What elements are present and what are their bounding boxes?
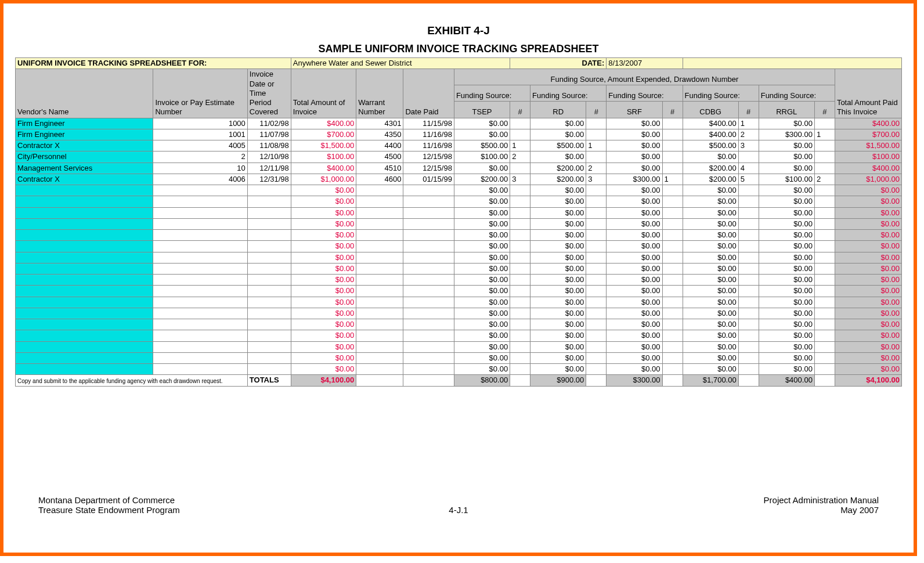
table-row: $0.00$0.00$0.00$0.00$0.00$0.00$0.00: [16, 185, 902, 196]
hdr-invoice: Invoice or Pay Estimate Number: [153, 69, 247, 118]
table-row: $0.00$0.00$0.00$0.00$0.00$0.00$0.00: [16, 252, 902, 263]
banner-entity: Anywhere Water and Sewer District: [291, 58, 510, 69]
hdr-funding-title: Funding Source, Amount Expended, Drawdow…: [454, 69, 835, 85]
totals-srf: $300.00: [607, 375, 662, 386]
table-row: $0.00$0.00$0.00$0.00$0.00$0.00$0.00: [16, 297, 902, 308]
table-row: Management Services1012/11/98$400.004510…: [16, 163, 902, 174]
table-row: $0.00$0.00$0.00$0.00$0.00$0.00$0.00: [16, 364, 902, 375]
hdr-src-0: Funding Source:: [454, 85, 530, 102]
table-row: $0.00$0.00$0.00$0.00$0.00$0.00$0.00: [16, 286, 902, 297]
hdr-hash: #: [814, 102, 835, 118]
hdr-invdate: Invoice Date or Time Period Covered: [247, 69, 291, 118]
totals-tsep: $800.00: [454, 375, 510, 386]
totals-paid: $4,100.00: [835, 375, 901, 386]
hdr-totalinv: Total Amount of Invoice: [291, 69, 356, 118]
hdr-srf: SRF: [607, 102, 662, 118]
table-row: Firm Engineer100011/02/98$400.00430111/1…: [16, 118, 902, 129]
totals-cdbg: $1,700.00: [683, 375, 738, 386]
table-row: $0.00$0.00$0.00$0.00$0.00$0.00$0.00: [16, 218, 902, 229]
banner-prefix: UNIFORM INVOICE TRACKING SPREADSHEET FOR…: [16, 58, 291, 69]
banner-row: UNIFORM INVOICE TRACKING SPREADSHEET FOR…: [16, 58, 902, 69]
footer-page: 4-J.1: [449, 505, 468, 515]
hdr-src-1: Funding Source:: [530, 85, 607, 102]
banner-date-label: DATE:: [510, 58, 607, 69]
hdr-rd: RD: [530, 102, 586, 118]
exhibit-label: EXHIBIT 4-J: [15, 24, 902, 37]
spreadsheet-table: UNIFORM INVOICE TRACKING SPREADSHEET FOR…: [15, 57, 902, 387]
table-row: $0.00$0.00$0.00$0.00$0.00$0.00$0.00: [16, 330, 902, 341]
totals-note: Copy and submit to the applicable fundin…: [16, 375, 248, 386]
table-row: Contractor X400511/08/98$1,500.00440011/…: [16, 140, 902, 151]
hdr-src-3: Funding Source:: [683, 85, 759, 102]
totals-invoice: $4,100.00: [291, 375, 356, 386]
totals-rd: $900.00: [530, 375, 586, 386]
hdr-datepaid: Date Paid: [403, 69, 454, 118]
hdr-hash: #: [662, 102, 683, 118]
hdr-vendor: Vendor's Name: [16, 69, 153, 118]
table-row: $0.00$0.00$0.00$0.00$0.00$0.00$0.00: [16, 308, 902, 319]
hdr-hash: #: [586, 102, 607, 118]
table-row: Firm Engineer100111/07/98$700.00435011/1…: [16, 129, 902, 140]
hdr-totalpaid: Total Amount Paid This Invoice: [835, 69, 901, 118]
hdr-src-2: Funding Source:: [607, 85, 683, 102]
table-row: $0.00$0.00$0.00$0.00$0.00$0.00$0.00: [16, 341, 902, 352]
hdr-warrant: Warrant Number: [356, 69, 403, 118]
banner-date: 8/13/2007: [607, 58, 683, 69]
table-row: $0.00$0.00$0.00$0.00$0.00$0.00$0.00: [16, 230, 902, 241]
table-row: $0.00$0.00$0.00$0.00$0.00$0.00$0.00: [16, 275, 902, 286]
hdr-cdbg: CDBG: [683, 102, 738, 118]
totals-label: TOTALS: [247, 375, 291, 386]
page-footer: Montana Department of Commerce Treasure …: [38, 495, 879, 515]
page-title: SAMPLE UNIFORM INVOICE TRACKING SPREADSH…: [15, 43, 902, 55]
hdr-src-4: Funding Source:: [759, 85, 835, 102]
table-row: $0.00$0.00$0.00$0.00$0.00$0.00$0.00: [16, 352, 902, 363]
table-row: $0.00$0.00$0.00$0.00$0.00$0.00$0.00: [16, 196, 902, 207]
header-row-1: Vendor's Name Invoice or Pay Estimate Nu…: [16, 69, 902, 85]
hdr-hash: #: [738, 102, 759, 118]
table-row: $0.00$0.00$0.00$0.00$0.00$0.00$0.00: [16, 319, 902, 330]
hdr-tsep: TSEP: [454, 102, 510, 118]
hdr-hash: #: [510, 102, 530, 118]
hdr-rrgl: RRGL: [759, 102, 814, 118]
table-row: $0.00$0.00$0.00$0.00$0.00$0.00$0.00: [16, 263, 902, 274]
table-row: $0.00$0.00$0.00$0.00$0.00$0.00$0.00: [16, 207, 902, 218]
table-row: $0.00$0.00$0.00$0.00$0.00$0.00$0.00: [16, 241, 902, 252]
totals-rrgl: $400.00: [759, 375, 814, 386]
table-row: City/Personnel212/10/98$100.00450012/15/…: [16, 151, 902, 163]
table-row: Contractor X400612/31/98$1,000.00460001/…: [16, 174, 902, 185]
totals-row: Copy and submit to the applicable fundin…: [16, 375, 902, 386]
